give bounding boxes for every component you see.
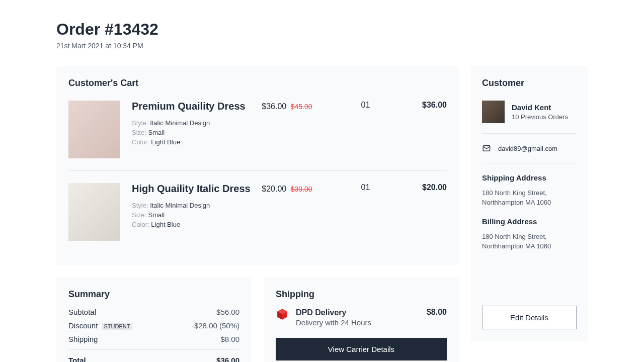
edit-details-button[interactable]: Edit Details <box>482 306 577 329</box>
meta-style-label: Style: <box>132 202 150 209</box>
product-price-group: $36.00 $45.00 <box>262 101 337 113</box>
carrier-desc: Delivery with 24 Hours <box>296 318 420 328</box>
product-image <box>68 101 120 158</box>
page-title: Order #13432 <box>56 20 588 39</box>
meta-color-value: Light Blue <box>151 221 180 228</box>
order-timestamp: 21st Mart 2021 at 10:34 PM <box>56 42 588 50</box>
product-qty: 01 <box>347 183 384 192</box>
meta-color-label: Color: <box>132 138 151 146</box>
cart-item: High Quaility Italic Dress $20.00 $30.00… <box>68 170 447 253</box>
cart-title: Customer's Cart <box>68 78 447 88</box>
product-name: High Quaility Italic Dress <box>132 183 252 195</box>
shipping-value: $8.00 <box>220 335 239 343</box>
discount-badge: STUDENT <box>102 323 132 330</box>
product-price-original: $45.00 <box>291 103 312 111</box>
customer-email: david89@gmail.com <box>498 145 557 152</box>
subtotal-value: $56.00 <box>216 308 239 316</box>
meta-style-value: Italic Minimal Design <box>150 119 210 127</box>
shipping-title: Shipping <box>276 289 447 300</box>
meta-size-value: Small <box>148 129 165 136</box>
mail-icon <box>482 144 491 153</box>
discount-label: Discount STUDENT <box>68 321 132 330</box>
shipping-addr-title: Shipping Address <box>482 173 577 182</box>
cart-panel: Customer's Cart Premium Quaility Dress $… <box>56 66 459 265</box>
discount-value: -$28.00 (50%) <box>192 321 239 330</box>
subtotal-label: Subtotal <box>68 308 96 316</box>
customer-title: Customer <box>482 78 577 88</box>
summary-panel: Summary Subtotal $56.00 Discount STUDENT… <box>56 277 252 362</box>
product-price-original: $30.00 <box>291 185 312 193</box>
meta-size-label: Size: <box>132 211 148 219</box>
meta-color-label: Color: <box>132 221 151 228</box>
customer-orders: 10 Previous Orders <box>512 113 568 122</box>
customer-panel: Customer David Kent 10 Previous Orders d… <box>471 66 588 341</box>
product-image <box>68 183 120 241</box>
meta-style-label: Style: <box>132 119 150 127</box>
shipping-addr: 180 North King Street, Northhampton MA 1… <box>482 188 577 207</box>
summary-title: Summary <box>68 289 239 300</box>
meta-style-value: Italic Minimal Design <box>150 202 210 209</box>
cart-item: Premium Quaility Dress $36.00 $45.00 01 … <box>68 101 447 170</box>
product-name: Premium Quaility Dress <box>132 101 252 112</box>
total-label: Total <box>68 356 86 362</box>
meta-size-value: Small <box>148 211 165 219</box>
total-value: $36.00 <box>216 356 239 362</box>
shipping-panel: Shipping DPD Delivery Delivery with 24 H… <box>264 277 459 362</box>
avatar <box>482 101 505 123</box>
carrier-name: DPD Delivery <box>296 308 420 318</box>
shipping-price: $8.00 <box>427 308 447 317</box>
billing-addr-title: Billing Address <box>482 217 577 226</box>
product-price: $20.00 <box>262 185 286 193</box>
product-price: $36.00 <box>262 102 286 111</box>
billing-addr: 180 North King Street, Northhampton MA 1… <box>482 232 577 251</box>
shipping-label: Shipping <box>68 335 98 343</box>
meta-color-value: Light Blue <box>151 138 180 146</box>
product-qty: 01 <box>347 101 384 110</box>
meta-size-label: Size: <box>132 129 148 136</box>
product-price-group: $20.00 $30.00 <box>262 183 337 195</box>
customer-name: David Kent <box>512 103 568 113</box>
product-total: $36.00 <box>394 101 447 110</box>
product-total: $20.00 <box>394 183 447 192</box>
view-carrier-button[interactable]: View Carrier Details <box>276 338 447 360</box>
box-icon <box>276 308 289 321</box>
